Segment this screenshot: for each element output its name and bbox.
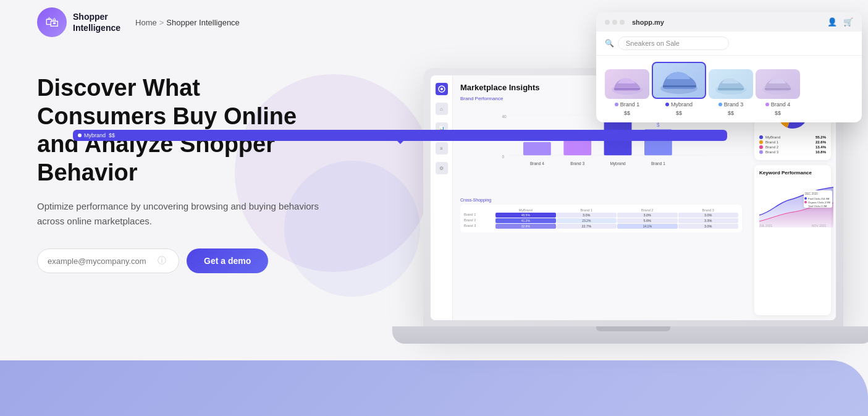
svg-text:Mybrand: Mybrand (610, 161, 626, 166)
browser-dot-red (605, 20, 610, 25)
product-label-brand1: Brand 1 (615, 101, 640, 108)
svg-text:NOV 2021: NOV 2021 (812, 224, 827, 227)
svg-text:Brand 3: Brand 3 (570, 161, 584, 166)
breadcrumb-current: Shopper Intelligence (166, 18, 240, 27)
browser-search-bar: 🔍 Sneakers on Sale (596, 32, 862, 56)
product-card-brand4[interactable]: Brand 4 $$ (756, 69, 800, 116)
svg-text:Brand 1: Brand 1 (651, 161, 665, 166)
svg-text:0: 0 (502, 155, 504, 159)
logo-text: Shopper Intelligence (73, 11, 120, 33)
breadcrumb-home[interactable]: Home (135, 18, 157, 27)
svg-text:Paid Clicks    214.6M: Paid Clicks 214.6M (808, 197, 829, 200)
browser-url: shopp.my (632, 19, 664, 26)
email-field[interactable] (48, 257, 153, 266)
keyword-chart: JUL 2021 NOV 2021 DEC 2020 Paid Clicks 2… (759, 178, 833, 227)
svg-point-29 (804, 197, 807, 200)
svg-point-31 (804, 201, 807, 203)
svg-text:Total Clicks      3.3M: Total Clicks 3.3M (808, 205, 827, 208)
product-shoe-brand4 (756, 69, 800, 99)
search-icon: 🔍 (605, 39, 614, 48)
product-shoe-brand1 (605, 69, 649, 99)
svg-text:DEC 2020: DEC 2020 (805, 192, 818, 195)
svg-text:JUL 2021: JUL 2021 (759, 224, 772, 227)
laptop-notch (596, 326, 670, 331)
keyword-performance-box: Keyword Performance (754, 165, 831, 315)
browser-icons: 👤 🛒 (827, 17, 853, 27)
info-icon: ⓘ (158, 255, 166, 266)
product-shoe-brand3 (709, 69, 753, 99)
price-mybrand: $$ (676, 110, 682, 116)
logo: 🛍 Shopper Intelligence (37, 7, 120, 37)
product-label-brand3: Brand 3 (718, 101, 744, 108)
browser-bar: shopp.my 👤 🛒 (596, 12, 862, 32)
logo-icon: 🛍 (37, 7, 67, 37)
email-input-wrapper[interactable]: ⓘ (37, 248, 179, 273)
market-share-legend: MyBrand 55.2% Brand 1 22.6% Brand 2 (759, 135, 826, 154)
hero-subtitle: Optimize performance by uncovering brows… (37, 199, 334, 229)
sidebar-logo-icon (436, 83, 448, 95)
product-card-mybrand[interactable]: Mybrand $$ (652, 62, 706, 116)
laptop-base (392, 326, 868, 344)
email-form: ⓘ Get a demo (37, 248, 334, 273)
product-label-brand4: Brand 4 (765, 101, 791, 108)
product-card-brand3[interactable]: Brand 3 $$ (709, 69, 753, 116)
svg-text:40: 40 (502, 114, 507, 119)
get-demo-button[interactable]: Get a demo (187, 248, 268, 273)
cross-shopping-title: Cross-Shopping (460, 198, 742, 202)
browser-dots (605, 20, 625, 25)
price-brand1: $$ (624, 110, 630, 116)
svg-text:Brand 4: Brand 4 (530, 161, 544, 166)
hero-section: Discover What Consumers Buy Online and A… (37, 74, 334, 273)
browser-dot-green (620, 20, 625, 25)
cart-icon: 🛒 (843, 17, 853, 27)
breadcrumb: Home > Shopper Intelligence (135, 18, 240, 27)
sidebar-list-icon[interactable]: ≡ (436, 142, 448, 155)
product-card-brand1[interactable]: Brand 1 $$ (605, 69, 649, 116)
sidebar-home-icon[interactable]: ⌂ (436, 103, 448, 115)
browser-search-input[interactable]: Sneakers on Sale (618, 36, 729, 50)
price-brand4: $$ (775, 110, 781, 116)
browser-dot-yellow (612, 20, 617, 25)
product-row: Brand 1 $$ Mybrand $$ (596, 56, 862, 122)
svg-point-1 (440, 88, 443, 90)
svg-text:Organic Clicks   2.9M: Organic Clicks 2.9M (808, 201, 830, 204)
sidebar-settings-icon[interactable]: ⚙ (436, 162, 448, 174)
user-icon: 👤 (827, 17, 837, 27)
price-brand3: $$ (728, 110, 734, 116)
svg-rect-8 (523, 142, 551, 155)
product-shoe-mybrand (652, 62, 706, 99)
browser-popup: shopp.my 👤 🛒 🔍 Sneakers on Sale Brand 1 (596, 12, 862, 122)
breadcrumb-separator: > (159, 18, 164, 27)
svg-text:$: $ (657, 122, 660, 128)
dashboard-sidebar: ⌂ 📊 ≡ ⚙ (431, 75, 453, 320)
keyword-performance-title: Keyword Performance (759, 170, 826, 176)
mybrand-tooltip: Mybrand $$ (73, 130, 727, 141)
product-label-mybrand: Mybrand (665, 101, 693, 108)
